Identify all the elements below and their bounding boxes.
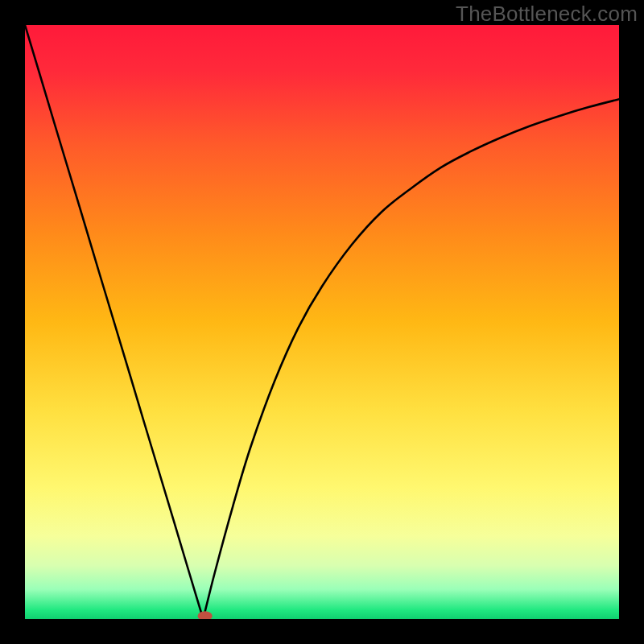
- bottleneck-curve-chart: [25, 25, 619, 619]
- chart-frame: TheBottleneck.com: [0, 0, 644, 644]
- plot-area: [25, 25, 619, 619]
- watermark-text: TheBottleneck.com: [456, 2, 638, 27]
